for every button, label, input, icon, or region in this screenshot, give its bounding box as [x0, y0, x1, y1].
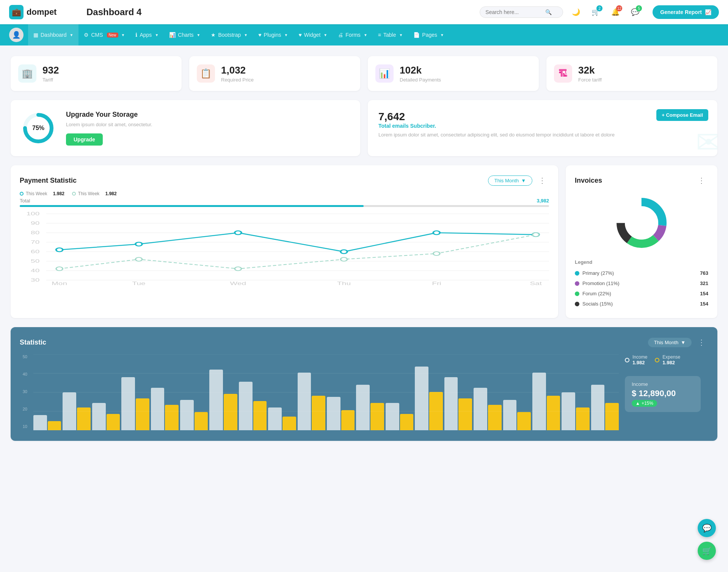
- svg-point-26: [235, 267, 241, 271]
- statistic-filter: This Month ▼ ⋮: [648, 336, 708, 348]
- income-panel-label: Income: [632, 381, 694, 387]
- socials-count: 154: [700, 301, 708, 307]
- generate-report-button[interactable]: Generate Report 📈: [653, 5, 719, 19]
- stat-card-detailed-payments: 📊 102k Detailed Payments: [368, 56, 539, 91]
- detailed-payments-value: 102k: [400, 64, 441, 76]
- promotion-count: 321: [700, 281, 708, 286]
- bar-group: [121, 354, 149, 430]
- bar-yellow: [48, 421, 61, 430]
- detailed-payments-icon: 📊: [375, 64, 394, 83]
- primary-color: [575, 271, 579, 276]
- nav-item-widget[interactable]: ♥ Widget ▼: [293, 24, 333, 45]
- nav-item-apps[interactable]: ℹ Apps ▼: [130, 24, 164, 45]
- nav-item-charts[interactable]: 📊 Charts ▼: [164, 24, 206, 45]
- storage-info: Upgrade Your Storage Lorem ipsum dolor s…: [66, 111, 152, 146]
- bar-group: [268, 354, 296, 430]
- nav-item-forms[interactable]: 🖨 Forms ▼: [333, 24, 373, 45]
- bell-badge: 12: [616, 5, 622, 11]
- svg-text:70: 70: [31, 240, 39, 244]
- middle-row: 75% Upgrade Your Storage Lorem ipsum dol…: [11, 100, 717, 156]
- invoices-legend: Legend Primary (27%) 763 Promotion (11%)…: [575, 259, 708, 309]
- svg-point-21: [340, 250, 347, 254]
- search-input[interactable]: [485, 9, 542, 15]
- cart-btn[interactable]: 🛒 2: [589, 5, 602, 19]
- invoices-more-btn[interactable]: ⋮: [695, 174, 708, 186]
- svg-point-40: [625, 206, 658, 240]
- bar-white: [268, 407, 282, 430]
- nav-item-cms[interactable]: ⚙ CMS New ▼: [78, 24, 130, 45]
- statistic-more-btn[interactable]: ⋮: [695, 336, 708, 348]
- plugins-nav-icon: ♥: [258, 32, 261, 38]
- bar-group: [327, 354, 355, 430]
- income-change: +15%: [642, 401, 653, 406]
- pages-arrow: ▼: [440, 33, 444, 37]
- bar-yellow: [107, 414, 120, 430]
- stat-filter-arrow: ▼: [681, 340, 686, 345]
- svg-text:Sat: Sat: [530, 281, 542, 286]
- expense-legend-val: 1.982: [662, 360, 680, 365]
- nav-item-bootstrap[interactable]: ★ Bootstrap ▼: [206, 24, 253, 45]
- upgrade-button[interactable]: Upgrade: [66, 133, 103, 146]
- svg-point-22: [433, 231, 440, 235]
- bar-yellow: [195, 412, 208, 430]
- dashboard-arrow: ▼: [70, 33, 74, 37]
- svg-point-28: [433, 252, 440, 255]
- storage-desc: Lorem ipsum dolor sit amet, onsectetur.: [66, 122, 152, 127]
- generate-btn-label: Generate Report: [660, 9, 702, 15]
- bar-white: [209, 370, 223, 430]
- nav-item-plugins[interactable]: ♥ Plugins ▼: [253, 24, 293, 45]
- payment-total-row: Total 3,982: [20, 198, 549, 204]
- header-icons: 🌙 🛒 2 🔔 12 💬 5 Generate Report 📈: [569, 5, 719, 19]
- legend-week2: This Week 1.982: [72, 191, 117, 196]
- bar-group: [33, 354, 61, 430]
- storage-title: Upgrade Your Storage: [66, 111, 152, 119]
- bar-group: [503, 354, 531, 430]
- bar-group: [532, 354, 560, 430]
- expense-legend-label: Expense: [662, 354, 680, 360]
- compose-email-button[interactable]: + Compose Email: [656, 109, 708, 121]
- income-change-badge: ▲ +15%: [632, 400, 657, 407]
- statistic-chart-area: 50 40 30 20 10: [20, 354, 708, 432]
- bar-group: [591, 354, 619, 430]
- email-bg-icon: ✉: [696, 125, 717, 156]
- dark-mode-btn[interactable]: 🌙: [569, 5, 583, 19]
- bar-white: [474, 388, 487, 430]
- bar-group: [444, 354, 472, 430]
- bar-yellow: [458, 398, 472, 430]
- svg-point-18: [56, 248, 63, 252]
- cart-badge: 2: [596, 5, 602, 11]
- bar-yellow: [282, 417, 296, 430]
- bar-group: [415, 354, 442, 430]
- required-price-label: Required Price: [221, 77, 254, 83]
- svg-text:30: 30: [31, 277, 39, 282]
- bar-white: [33, 415, 47, 430]
- svg-text:Wed: Wed: [230, 281, 246, 286]
- statistic-month-filter[interactable]: This Month ▼: [648, 338, 692, 347]
- bar-yellow: [370, 403, 384, 430]
- payment-progress: [20, 205, 549, 207]
- nav-item-table[interactable]: ≡ Table ▼: [373, 24, 408, 45]
- bar-yellow: [165, 405, 179, 430]
- nav-item-dashboard[interactable]: ▦ Dashboard ▼: [28, 24, 78, 45]
- required-price-icon: 📋: [197, 64, 215, 83]
- invoices-donut: [575, 193, 708, 253]
- bar-yellow: [136, 398, 149, 430]
- storage-donut: 75%: [21, 111, 55, 145]
- bar-white: [239, 382, 253, 430]
- bar-white: [503, 400, 517, 430]
- bell-btn[interactable]: 🔔 12: [609, 5, 622, 19]
- top-header: 💼 dompet Dashboard 4 🔍 🌙 🛒 2 🔔 12 💬 5 Ge…: [0, 0, 728, 24]
- progress-fill: [20, 205, 364, 207]
- payment-more-btn[interactable]: ⋮: [535, 174, 549, 186]
- legend-dot2: [72, 192, 76, 196]
- chat-btn[interactable]: 💬 5: [628, 5, 642, 19]
- this-month-filter[interactable]: This Month ▼: [488, 176, 532, 186]
- bar-white: [415, 367, 428, 430]
- nav-item-pages[interactable]: 📄 Pages ▼: [408, 24, 449, 45]
- charts-nav-icon: 📊: [169, 32, 176, 38]
- table-nav-icon: ≡: [378, 32, 381, 38]
- bar-chart-area: [33, 354, 619, 430]
- legend-promotion: Promotion (11%) 321: [575, 278, 708, 288]
- apps-arrow: ▼: [155, 33, 158, 37]
- income-amount: $ 12,890,00: [632, 389, 694, 398]
